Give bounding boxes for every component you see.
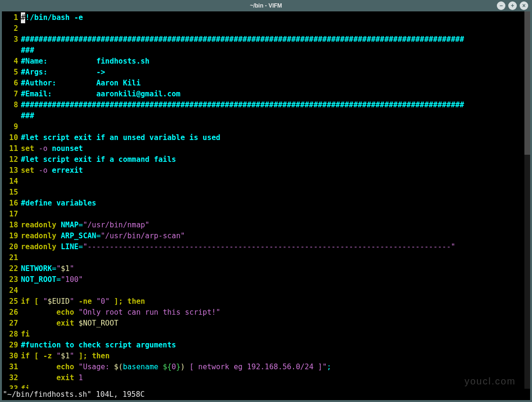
code-line[interactable]: 23NOT_ROOT="100" — [3, 274, 523, 285]
editor-content[interactable]: 1#!/bin/bash -e23#######################… — [2, 11, 530, 389]
code-text[interactable]: exit $NOT_ROOT — [21, 318, 523, 329]
code-text[interactable]: fi — [21, 383, 523, 389]
code-text[interactable] — [21, 23, 523, 34]
code-text[interactable]: set -o errexit — [21, 165, 523, 176]
code-line[interactable]: 26 echo "Only root can run this script!" — [3, 307, 523, 318]
scrollbar[interactable] — [524, 11, 530, 389]
code-text[interactable]: exit 1 — [21, 373, 523, 383]
line-number: 15 — [3, 187, 21, 198]
code-line[interactable]: 27 exit $NOT_ROOT — [3, 318, 523, 329]
code-line[interactable]: 31 echo "Usage: $(basename ${0}) [ netwo… — [3, 362, 523, 373]
code-line[interactable]: 3#######################################… — [3, 34, 523, 45]
code-line[interactable]: ### — [3, 111, 523, 122]
line-number: 22 — [3, 263, 21, 274]
code-text[interactable]: readonly NMAP="/usr/bin/nmap" — [21, 220, 523, 231]
code-text[interactable]: #Author: Aaron Kili — [21, 78, 523, 89]
status-bar: "~/bin/findhosts.sh" 104L, 1958C — [2, 389, 530, 400]
code-text[interactable]: ########################################… — [21, 34, 523, 45]
code-line[interactable]: 30if [ -z "$1" ]; then — [3, 351, 523, 362]
code-line[interactable]: 20readonly LINE="-----------------------… — [3, 242, 523, 252]
code-line[interactable]: 13set -o errexit — [3, 165, 523, 176]
code-line[interactable]: 10#let script exit if an unsed variable … — [3, 132, 523, 143]
line-number: 8 — [3, 100, 21, 111]
code-text[interactable]: #function to check script arguments — [21, 340, 523, 351]
editor-window: 1#!/bin/bash -e23#######################… — [2, 11, 530, 400]
code-line[interactable]: 18readonly NMAP="/usr/bin/nmap" — [3, 220, 523, 231]
code-text[interactable]: #!/bin/bash -e — [21, 12, 523, 23]
line-number: 11 — [3, 143, 21, 154]
code-text[interactable]: #define variables — [21, 198, 523, 209]
code-text[interactable] — [21, 252, 523, 263]
minimize-button[interactable]: − — [497, 1, 505, 10]
code-text[interactable]: if [ -z "$1" ]; then — [21, 351, 523, 362]
code-text[interactable] — [21, 209, 523, 220]
code-line[interactable]: 21 — [3, 252, 523, 263]
code-text[interactable]: echo "Usage: $(basename ${0}) [ network … — [21, 362, 523, 373]
code-line[interactable]: 7#Email: aaronkili@gmail.com — [3, 89, 523, 100]
line-number: 2 — [3, 23, 21, 34]
line-number: 33 — [3, 383, 21, 389]
code-text[interactable]: if [ "$EUID" -ne "0" ]; then — [21, 296, 523, 307]
code-line[interactable]: 11set -o nounset — [3, 143, 523, 154]
line-number: 3 — [3, 34, 21, 45]
code-text[interactable]: readonly LINE="-------------------------… — [21, 242, 523, 252]
close-button[interactable]: × — [520, 1, 528, 10]
code-line[interactable]: 32 exit 1 — [3, 373, 523, 383]
code-text[interactable]: fi — [21, 329, 523, 340]
code-text[interactable]: ### — [21, 45, 523, 56]
line-number: 6 — [3, 78, 21, 89]
line-number: 20 — [3, 242, 21, 252]
line-number: 18 — [3, 220, 21, 231]
code-text[interactable]: #Email: aaronkili@gmail.com — [21, 89, 523, 100]
code-line[interactable]: 5#Args: -> — [3, 67, 523, 78]
code-text[interactable]: NETWORK="$1" — [21, 263, 523, 274]
code-line[interactable]: ### — [3, 45, 523, 56]
code-line[interactable]: 33fi — [3, 383, 523, 389]
code-text[interactable] — [21, 285, 523, 296]
line-number: 32 — [3, 373, 21, 383]
code-line[interactable]: 17 — [3, 209, 523, 220]
code-text[interactable]: #Name: findhosts.sh — [21, 56, 523, 67]
code-text[interactable]: ### — [21, 111, 523, 122]
code-line[interactable]: 6#Author: Aaron Kili — [3, 78, 523, 89]
code-line[interactable]: 15 — [3, 187, 523, 198]
code-text[interactable]: echo "Only root can run this script!" — [21, 307, 523, 318]
line-number — [3, 111, 21, 122]
code-text[interactable]: set -o nounset — [21, 143, 523, 154]
code-line[interactable]: 28fi — [3, 329, 523, 340]
code-line[interactable]: 14 — [3, 176, 523, 187]
code-text[interactable] — [21, 122, 523, 132]
line-number: 28 — [3, 329, 21, 340]
code-line[interactable]: 29#function to check script arguments — [3, 340, 523, 351]
maximize-button[interactable]: + — [508, 1, 517, 10]
line-number: 13 — [3, 165, 21, 176]
line-number: 1 — [3, 12, 21, 23]
code-text[interactable] — [21, 187, 523, 198]
code-text[interactable]: readonly ARP_SCAN="/usr/bin/arp-scan" — [21, 231, 523, 242]
line-number: 17 — [3, 209, 21, 220]
code-line[interactable]: 8#######################################… — [3, 100, 523, 111]
code-text[interactable] — [21, 176, 523, 187]
code-line[interactable]: 1#!/bin/bash -e — [3, 12, 523, 23]
line-number: 24 — [3, 285, 21, 296]
code-line[interactable]: 4#Name: findhosts.sh — [3, 56, 523, 67]
code-line[interactable]: 22NETWORK="$1" — [3, 263, 523, 274]
line-number: 7 — [3, 89, 21, 100]
code-text[interactable]: #Args: -> — [21, 67, 523, 78]
code-text[interactable]: ########################################… — [21, 100, 523, 111]
line-number: 5 — [3, 67, 21, 78]
scrollbar-thumb[interactable] — [524, 11, 530, 155]
code-text[interactable]: #let script exit if an unsed variable is… — [21, 132, 523, 143]
code-line[interactable]: 24 — [3, 285, 523, 296]
line-number: 27 — [3, 318, 21, 329]
code-text[interactable]: #let script exit if a command fails — [21, 154, 523, 165]
line-number: 31 — [3, 362, 21, 373]
code-line[interactable]: 19readonly ARP_SCAN="/usr/bin/arp-scan" — [3, 231, 523, 242]
code-line[interactable]: 9 — [3, 122, 523, 132]
code-line[interactable]: 25if [ "$EUID" -ne "0" ]; then — [3, 296, 523, 307]
window-title: ~/bin - VIFM — [250, 2, 282, 9]
code-line[interactable]: 2 — [3, 23, 523, 34]
code-line[interactable]: 12#let script exit if a command fails — [3, 154, 523, 165]
code-line[interactable]: 16#define variables — [3, 198, 523, 209]
code-text[interactable]: NOT_ROOT="100" — [21, 274, 523, 285]
